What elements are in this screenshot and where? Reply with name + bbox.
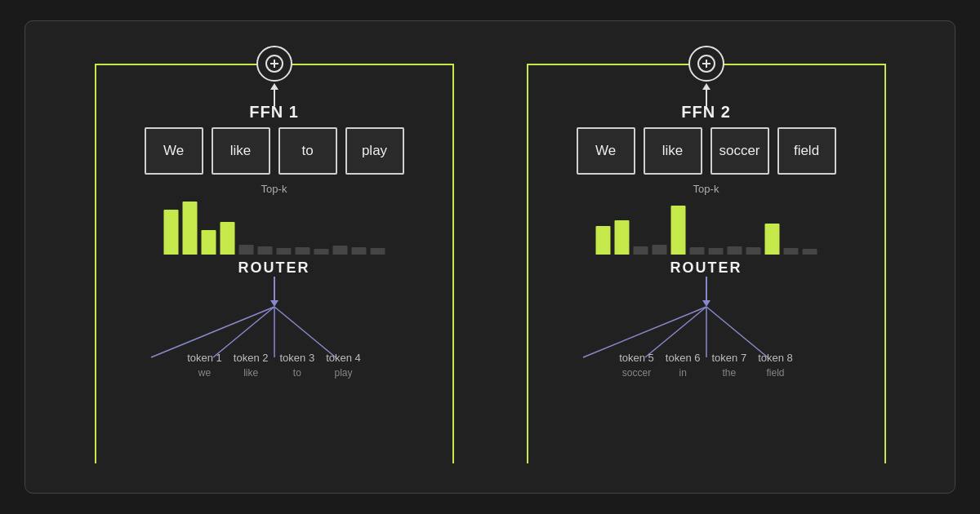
bar-right-4 <box>670 206 685 255</box>
bar-right-10 <box>783 248 798 255</box>
bar-right-0 <box>595 226 610 255</box>
residual-vertical-right <box>452 64 454 463</box>
bar-left-0 <box>163 210 178 255</box>
bar-left-2 <box>201 230 216 255</box>
ffn-label-left: FFN 1 <box>249 103 299 122</box>
token-box-field-right: field <box>777 127 836 175</box>
bar-right-6 <box>708 248 723 255</box>
residual-line-right-left <box>527 64 697 65</box>
token-node-7: token 7 the <box>712 352 747 379</box>
bar-right-2 <box>633 246 648 255</box>
token-node-6: token 6 in <box>666 352 701 379</box>
residual-vertical-right-right <box>884 64 886 463</box>
bar-left-4 <box>238 245 253 255</box>
token-node-2: token 2 like <box>234 352 269 379</box>
residual-line-left <box>95 64 265 65</box>
svg-line-8 <box>274 307 336 357</box>
bar-right-1 <box>614 220 629 255</box>
right-side: FFN 2 We like soccer field Top-k ROUTER <box>519 38 894 476</box>
token-box-we-left: We <box>145 127 203 175</box>
token-nodes-left: token 1 we token 2 like token 3 to token… <box>187 352 361 379</box>
token-box-like-left: like <box>212 127 270 175</box>
svg-line-6 <box>213 307 274 357</box>
svg-marker-13 <box>702 300 710 307</box>
token-node-4: token 4 play <box>326 352 361 379</box>
residual-vertical-left <box>95 64 96 463</box>
ffn-label-right: FFN 2 <box>681 103 731 122</box>
residual-line-right <box>284 64 454 65</box>
bar-left-5 <box>257 246 272 255</box>
token-box-like-right: like <box>644 127 702 175</box>
bar-chart-right <box>595 197 817 255</box>
token-node-8: token 8 field <box>758 352 793 379</box>
bar-right-8 <box>746 247 760 255</box>
plus-circle-right <box>688 46 724 82</box>
token-node-1: token 1 we <box>187 352 222 379</box>
svg-marker-4 <box>270 300 278 307</box>
bar-left-9 <box>332 246 347 255</box>
topk-label-left: Top-k <box>261 183 287 195</box>
bar-left-6 <box>276 248 291 255</box>
residual-line-right-right <box>716 64 886 65</box>
router-label-left: ROUTER <box>238 259 310 277</box>
bar-right-3 <box>652 245 666 255</box>
diagram-container: FFN 1 We like to play Top-k ROUTER <box>24 20 956 494</box>
svg-line-5 <box>151 307 274 357</box>
bar-left-1 <box>182 202 197 255</box>
svg-line-14 <box>583 307 706 357</box>
token-box-to-left: to <box>278 127 337 175</box>
token-box-we-right: We <box>577 127 635 175</box>
residual-vertical-right-left <box>527 64 528 463</box>
token-boxes-left: We like to play <box>145 127 404 175</box>
token-boxes-right: We like soccer field <box>577 127 836 175</box>
bar-left-3 <box>220 222 234 255</box>
bar-chart-left <box>163 197 385 255</box>
token-box-soccer-right: soccer <box>710 127 769 175</box>
bar-left-8 <box>314 249 328 255</box>
token-nodes-right: token 5 soccer token 6 in token 7 the to… <box>619 352 793 379</box>
token-node-5: token 5 soccer <box>619 352 654 379</box>
topk-label-right: Top-k <box>693 183 719 195</box>
router-label-right: ROUTER <box>670 259 742 277</box>
bar-left-11 <box>370 248 385 255</box>
left-side: FFN 1 We like to play Top-k ROUTER <box>87 38 462 476</box>
token-node-3: token 3 to <box>280 352 315 379</box>
bar-right-5 <box>689 247 704 255</box>
bar-left-10 <box>351 247 366 255</box>
bar-right-11 <box>802 249 817 255</box>
bar-right-9 <box>764 224 779 255</box>
svg-line-15 <box>645 307 706 357</box>
plus-circle-left <box>256 46 292 82</box>
svg-line-17 <box>706 307 768 357</box>
bar-left-7 <box>295 247 310 255</box>
token-box-play-left: play <box>345 127 404 175</box>
bar-right-7 <box>727 246 742 255</box>
